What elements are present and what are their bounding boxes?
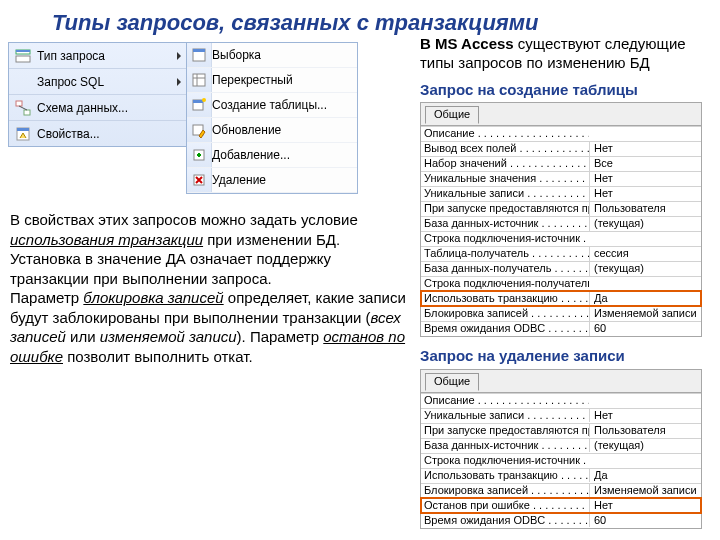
body-paragraph: В свойствах этих запросов можно задать у… <box>10 210 410 366</box>
property-key: Останов при ошибке . . . . . . . . . . .… <box>421 499 589 513</box>
property-row[interactable]: Описание . . . . . . . . . . . . . . . .… <box>421 126 701 141</box>
svg-line-5 <box>19 106 27 110</box>
right-column: В MS Access существуют следующие типы за… <box>420 35 710 529</box>
menu-item-sql[interactable]: Запрос SQL <box>9 69 187 95</box>
property-value[interactable]: Нет <box>589 142 701 156</box>
property-value[interactable]: Нет <box>589 172 701 186</box>
property-row[interactable]: Описание . . . . . . . . . . . . . . . .… <box>421 393 701 408</box>
update-icon <box>191 122 207 138</box>
property-key: Время ожидания ODBC . . . . . . . . . . <box>421 514 589 528</box>
chevron-right-icon <box>177 78 181 86</box>
property-row[interactable]: При запуске предоставляются права .Польз… <box>421 423 701 438</box>
property-sheet-2: Общие Описание . . . . . . . . . . . . .… <box>420 369 702 529</box>
property-key: Таблица-получатель . . . . . . . . . . .… <box>421 247 589 261</box>
property-key: При запуске предоставляются права . <box>421 202 589 216</box>
property-row[interactable]: Вывод всех полей . . . . . . . . . . . .… <box>421 141 701 156</box>
property-key: Уникальные значения . . . . . . . . . . <box>421 172 589 186</box>
property-value[interactable]: Изменяемой записи <box>589 484 701 498</box>
property-key: Использовать транзакцию . . . . . . . <box>421 469 589 483</box>
property-row[interactable]: Время ожидания ODBC . . . . . . . . . .6… <box>421 513 701 528</box>
property-value[interactable]: 60 <box>589 514 701 528</box>
property-row[interactable]: База данных-источник . . . . . . . . . .… <box>421 216 701 231</box>
property-row[interactable]: Использовать транзакцию . . . . . . .Да <box>421 291 701 306</box>
property-row[interactable]: Время ожидания ODBC . . . . . . . . . .6… <box>421 321 701 336</box>
sub-item-delete[interactable]: Удаление <box>187 168 357 193</box>
maketable-icon <box>191 97 207 113</box>
property-value[interactable]: сессия <box>589 247 701 261</box>
sub-item-crosstab[interactable]: Перекрестный <box>187 68 357 93</box>
property-key: Описание . . . . . . . . . . . . . . . .… <box>421 127 589 141</box>
menu-item-schema[interactable]: Схема данных... <box>9 95 187 121</box>
menu-label: Тип запроса <box>37 49 105 63</box>
property-row[interactable]: Блокировка записей . . . . . . . . . . .… <box>421 483 701 498</box>
property-key: Блокировка записей . . . . . . . . . . .… <box>421 484 589 498</box>
property-key: Уникальные записи . . . . . . . . . . . … <box>421 187 589 201</box>
section1-header: Запрос на создание таблицы <box>420 81 710 100</box>
property-row[interactable]: При запуске предоставляются права .Польз… <box>421 201 701 216</box>
svg-rect-1 <box>16 50 30 52</box>
property-value[interactable]: Да <box>589 469 701 483</box>
menu-item-properties[interactable]: Свойства... <box>9 121 187 146</box>
menu-label: Схема данных... <box>37 101 128 115</box>
menu-label: Обновление <box>212 123 281 137</box>
append-icon <box>191 147 207 163</box>
menu-label: Перекрестный <box>212 73 293 87</box>
property-value[interactable]: Изменяемой записи <box>589 307 701 321</box>
property-row[interactable]: Уникальные записи . . . . . . . . . . . … <box>421 186 701 201</box>
property-row[interactable]: Строка подключения-получатель . <box>421 276 701 291</box>
property-key: Строка подключения-источник . . . <box>421 232 589 246</box>
menu-label: Запрос SQL <box>37 75 104 89</box>
sql-icon <box>15 74 31 90</box>
property-value[interactable]: (текущая) <box>589 439 701 453</box>
property-row[interactable]: Строка подключения-источник . . . <box>421 231 701 246</box>
sub-item-select[interactable]: Выборка <box>187 43 357 68</box>
property-key: Уникальные записи . . . . . . . . . . . … <box>421 409 589 423</box>
property-value[interactable]: Нет <box>589 409 701 423</box>
property-key: База данных-источник . . . . . . . . . . <box>421 217 589 231</box>
property-key: Описание . . . . . . . . . . . . . . . .… <box>421 394 589 408</box>
property-value[interactable]: Да <box>589 292 701 306</box>
svg-rect-4 <box>24 110 30 115</box>
property-sheet-1: Общие Описание . . . . . . . . . . . . .… <box>420 102 702 337</box>
sub-item-maketable[interactable]: Создание таблицы... <box>187 93 357 118</box>
property-row[interactable]: Останов при ошибке . . . . . . . . . . .… <box>421 498 701 513</box>
schema-icon <box>15 100 31 116</box>
property-row[interactable]: База данных-источник . . . . . . . . . .… <box>421 438 701 453</box>
menu-label: Создание таблицы... <box>212 98 327 112</box>
property-value[interactable]: (текущая) <box>589 217 701 231</box>
property-row[interactable]: Строка подключения-источник . . . <box>421 453 701 468</box>
property-value[interactable]: Нет <box>589 187 701 201</box>
crosstab-icon <box>191 72 207 88</box>
svg-rect-3 <box>16 101 22 106</box>
property-row[interactable]: Таблица-получатель . . . . . . . . . . .… <box>421 246 701 261</box>
menu-item-querytype[interactable]: Тип запроса <box>9 43 187 69</box>
property-row[interactable]: Уникальные значения . . . . . . . . . .Н… <box>421 171 701 186</box>
delete-icon <box>191 172 207 188</box>
property-tab[interactable]: Общие <box>421 103 701 126</box>
sub-item-append[interactable]: Добавление... <box>187 143 357 168</box>
property-row[interactable]: Блокировка записей . . . . . . . . . . .… <box>421 306 701 321</box>
property-value[interactable]: (текущая) <box>589 262 701 276</box>
property-row[interactable]: Уникальные записи . . . . . . . . . . . … <box>421 408 701 423</box>
chevron-right-icon <box>177 52 181 60</box>
menu-label: Свойства... <box>37 127 100 141</box>
svg-rect-9 <box>193 49 205 52</box>
sub-menu: Выборка Перекрестный Создание таблицы...… <box>186 42 358 194</box>
property-key: Блокировка записей . . . . . . . . . . .… <box>421 307 589 321</box>
property-value[interactable]: Все <box>589 157 701 171</box>
property-value[interactable]: Нет <box>589 499 701 513</box>
property-tab[interactable]: Общие <box>421 370 701 393</box>
svg-rect-14 <box>193 100 203 103</box>
sub-item-update[interactable]: Обновление <box>187 118 357 143</box>
property-value[interactable]: Пользователя <box>589 202 701 216</box>
svg-point-15 <box>202 98 206 102</box>
menu-label: Добавление... <box>212 148 290 162</box>
property-row[interactable]: Набор значений . . . . . . . . . . . . .… <box>421 156 701 171</box>
property-key: Время ожидания ODBC . . . . . . . . . . <box>421 322 589 336</box>
select-query-icon <box>191 47 207 63</box>
property-value[interactable]: Пользователя <box>589 424 701 438</box>
property-row[interactable]: База данных-получатель . . . . . . . .(т… <box>421 261 701 276</box>
property-value[interactable]: 60 <box>589 322 701 336</box>
property-key: Строка подключения-источник . . . <box>421 454 589 468</box>
property-row[interactable]: Использовать транзакцию . . . . . . .Да <box>421 468 701 483</box>
